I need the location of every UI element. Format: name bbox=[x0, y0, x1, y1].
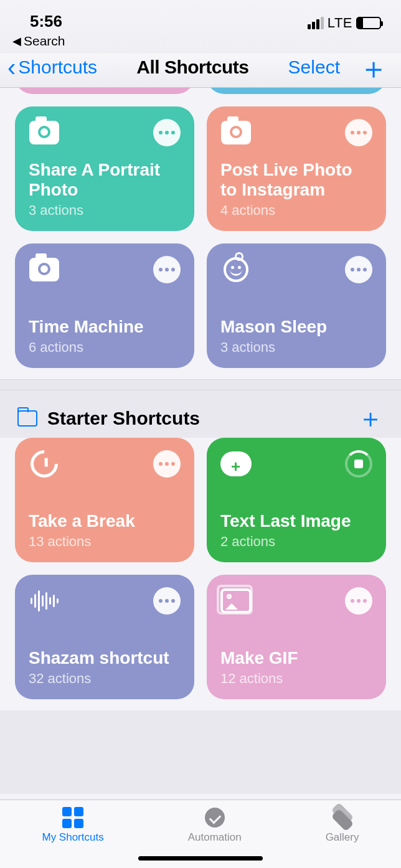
shortcut-subtitle: 4 actions bbox=[220, 202, 372, 219]
shortcut-card[interactable]: Make GIF 12 actions bbox=[207, 575, 386, 699]
baby-icon bbox=[220, 256, 252, 283]
shortcut-card[interactable]: Shazam shortcut 32 actions bbox=[15, 575, 194, 699]
select-button[interactable]: Select bbox=[288, 57, 340, 78]
status-time: 5:56 bbox=[30, 12, 62, 31]
shortcut-card[interactable]: + Text Last Image 2 actions bbox=[207, 438, 386, 562]
waveform-icon bbox=[29, 587, 60, 615]
nav-back-label: Shortcuts bbox=[18, 57, 97, 78]
scroll-area[interactable]: Convert Burst To GIF 10 actions Upload L… bbox=[0, 88, 401, 794]
add-to-section-button[interactable]: ＋ bbox=[357, 410, 384, 426]
grid-icon bbox=[62, 807, 83, 828]
shortcut-title: Take a Break bbox=[29, 511, 181, 531]
breadcrumb[interactable]: ◀ Search bbox=[0, 32, 401, 54]
page-title: All Shortcuts bbox=[136, 57, 248, 78]
shortcut-card[interactable]: Take a Break 13 actions bbox=[15, 438, 194, 562]
section-title[interactable]: Starter Shortcuts bbox=[47, 408, 200, 429]
timer-icon bbox=[29, 450, 60, 478]
tab-gallery[interactable]: Gallery bbox=[326, 806, 359, 844]
shortcut-card[interactable]: Mason Sleep 3 actions bbox=[207, 243, 386, 368]
message-plus-icon: + bbox=[220, 450, 252, 478]
nav-back[interactable]: ‹ Shortcuts bbox=[7, 55, 97, 80]
shortcut-card[interactable]: Convert Burst To GIF 10 actions bbox=[15, 88, 194, 94]
more-button[interactable] bbox=[153, 256, 181, 283]
tab-automation[interactable]: Automation bbox=[188, 806, 242, 844]
shortcut-title: Mason Sleep bbox=[220, 317, 372, 337]
shortcut-subtitle: 2 actions bbox=[220, 534, 372, 550]
signal-icon bbox=[308, 17, 324, 29]
more-button[interactable] bbox=[345, 119, 372, 146]
shortcut-title: Make GIF bbox=[220, 648, 372, 668]
shortcut-subtitle: 3 actions bbox=[29, 202, 181, 219]
chevron-left-icon: ‹ bbox=[7, 55, 16, 80]
section-header: Starter Shortcuts ＋ bbox=[0, 390, 401, 438]
shortcut-card[interactable]: Share A Portrait Photo 3 actions bbox=[15, 106, 194, 231]
shortcut-title: Text Last Image bbox=[220, 511, 372, 531]
tab-label: Gallery bbox=[326, 831, 359, 844]
network-label: LTE bbox=[328, 15, 352, 31]
home-indicator[interactable] bbox=[138, 856, 263, 861]
more-button[interactable] bbox=[153, 450, 181, 478]
tab-label: Automation bbox=[188, 831, 242, 844]
tab-label: My Shortcuts bbox=[42, 831, 103, 844]
camera-icon bbox=[220, 119, 252, 146]
clock-icon bbox=[205, 808, 225, 828]
shortcut-subtitle: 3 actions bbox=[220, 339, 372, 356]
shortcut-subtitle: 6 actions bbox=[29, 339, 181, 356]
shortcut-title: Time Machine bbox=[29, 317, 181, 337]
images-icon bbox=[220, 587, 252, 615]
more-button[interactable] bbox=[153, 119, 181, 146]
breadcrumb-label: Search bbox=[24, 34, 65, 49]
nav-bar: ‹ Shortcuts All Shortcuts Select ＋ bbox=[0, 54, 401, 88]
camera-icon bbox=[29, 119, 60, 146]
shortcut-title: Share A Portrait Photo bbox=[29, 160, 181, 200]
battery-icon bbox=[356, 17, 381, 29]
more-button[interactable] bbox=[153, 587, 181, 615]
shortcut-card[interactable]: Upload Last Photo 4 actions bbox=[207, 88, 386, 94]
shortcut-subtitle: 13 actions bbox=[29, 534, 181, 550]
add-shortcut-button[interactable]: ＋ bbox=[359, 60, 389, 78]
shortcut-subtitle: 32 actions bbox=[29, 671, 181, 687]
stack-icon bbox=[332, 808, 353, 827]
back-caret-icon: ◀ bbox=[12, 34, 21, 48]
shortcut-title: Post Live Photo to Instagram bbox=[220, 160, 372, 200]
status-bar: 5:56 LTE bbox=[0, 0, 401, 32]
shortcut-title: Shazam shortcut bbox=[29, 648, 181, 668]
folder-icon bbox=[17, 410, 37, 427]
running-stop-button[interactable] bbox=[345, 450, 372, 478]
more-button[interactable] bbox=[345, 256, 372, 283]
shortcut-card[interactable]: Time Machine 6 actions bbox=[15, 243, 194, 368]
camera-icon bbox=[29, 256, 60, 283]
shortcut-subtitle: 12 actions bbox=[220, 671, 372, 687]
tab-my-shortcuts[interactable]: My Shortcuts bbox=[42, 806, 103, 844]
more-button[interactable] bbox=[345, 587, 372, 615]
shortcut-card[interactable]: Post Live Photo to Instagram 4 actions bbox=[207, 106, 386, 231]
